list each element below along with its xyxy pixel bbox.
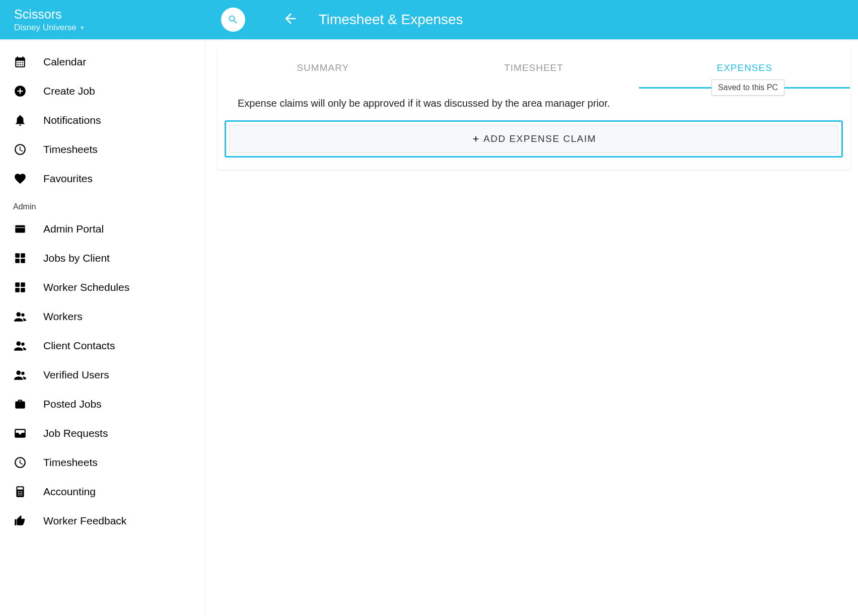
calendar-icon: [13, 55, 27, 69]
sidebar-item-jobs-by-client[interactable]: Jobs by Client: [0, 244, 205, 273]
svg-point-16: [21, 372, 24, 375]
sidebar-item-label: Client Contacts: [43, 340, 115, 352]
users-icon: [13, 310, 27, 324]
plus-circle-icon: [13, 84, 27, 98]
sidebar-item-label: Worker Feedback: [43, 515, 126, 527]
content-card: SUMMARY TIMESHEET EXPENSES Saved to this…: [218, 48, 850, 170]
sidebar-item-accounting[interactable]: Accounting: [0, 477, 205, 506]
svg-point-27: [21, 494, 22, 495]
svg-rect-4: [21, 253, 25, 258]
svg-rect-5: [15, 259, 20, 263]
plus-icon: [471, 134, 480, 143]
add-expense-highlight: ADD EXPENSE CLAIM: [225, 120, 843, 158]
svg-point-22: [18, 493, 19, 494]
tab-label: EXPENSES: [717, 62, 772, 73]
bell-icon: [13, 113, 27, 127]
clock-icon: [13, 142, 27, 157]
clock-icon: [13, 455, 27, 470]
thumbs-up-icon: [13, 514, 27, 528]
chevron-down-icon: ▼: [80, 25, 85, 31]
svg-point-13: [16, 341, 21, 346]
sidebar-item-worker-feedback[interactable]: Worker Feedback: [0, 506, 205, 535]
sidebar-item-job-requests[interactable]: Job Requests: [0, 419, 205, 448]
sidebar-section-admin: Admin: [0, 193, 205, 214]
svg-rect-3: [15, 253, 20, 258]
svg-rect-2: [15, 225, 25, 227]
sidebar-item-calendar[interactable]: Calendar: [0, 47, 205, 76]
svg-point-23: [20, 493, 21, 494]
sidebar-item-client-contacts[interactable]: Client Contacts: [0, 331, 205, 360]
svg-point-26: [20, 494, 21, 495]
sidebar-item-label: Posted Jobs: [43, 398, 102, 410]
sidebar-item-workers[interactable]: Workers: [0, 302, 205, 331]
add-button-label: ADD EXPENSE CLAIM: [483, 133, 596, 144]
svg-rect-9: [15, 288, 20, 292]
add-expense-claim-button[interactable]: ADD EXPENSE CLAIM: [229, 125, 838, 153]
folder-icon: [13, 222, 27, 236]
sidebar-item-label: Workers: [43, 311, 83, 323]
grid-icon: [13, 251, 27, 265]
sidebar-item-worker-schedules[interactable]: Worker Schedules: [0, 273, 205, 302]
svg-point-12: [21, 314, 24, 317]
top-bar: Scissors Disney Universe ▼ Timesheet & E…: [0, 0, 858, 39]
sidebar-item-label: Calendar: [43, 56, 86, 68]
search-icon: [228, 14, 239, 25]
calculator-icon: [13, 485, 27, 499]
sidebar-item-label: Worker Schedules: [43, 281, 129, 293]
sidebar: Calendar Create Job Notifications Timesh…: [0, 40, 205, 616]
svg-point-24: [21, 493, 22, 494]
sidebar-item-label: Timesheets: [43, 456, 98, 469]
inbox-icon: [13, 426, 27, 440]
sidebar-item-label: Create Job: [43, 85, 95, 97]
sidebar-item-posted-jobs[interactable]: Posted Jobs: [0, 390, 205, 419]
briefcase-icon: [13, 397, 27, 411]
svg-rect-8: [21, 282, 25, 287]
saved-tooltip: Saved to this PC: [711, 80, 784, 96]
grid-icon: [13, 280, 27, 294]
svg-rect-10: [21, 288, 25, 292]
org-name: Disney Universe: [14, 23, 77, 33]
users-icon: [13, 339, 27, 353]
svg-rect-7: [15, 282, 20, 287]
svg-point-19: [18, 491, 19, 492]
sidebar-item-label: Favourites: [43, 173, 93, 185]
sidebar-item-favourites[interactable]: Favourites: [0, 164, 205, 193]
search-button[interactable]: [221, 8, 245, 32]
sidebar-item-label: Job Requests: [43, 427, 108, 439]
tab-summary[interactable]: SUMMARY: [218, 48, 428, 89]
tab-timesheet[interactable]: TIMESHEET: [428, 48, 639, 89]
svg-point-15: [16, 370, 21, 375]
svg-point-21: [21, 491, 22, 492]
sidebar-item-label: Timesheets: [43, 143, 98, 156]
sidebar-item-timesheets-admin[interactable]: Timesheets: [0, 448, 205, 477]
arrow-left-icon: [282, 11, 299, 27]
sidebar-item-create-job[interactable]: Create Job: [0, 76, 205, 106]
org-selector[interactable]: Disney Universe ▼: [14, 23, 85, 33]
main-content: SUMMARY TIMESHEET EXPENSES Saved to this…: [205, 40, 858, 616]
page-title: Timesheet & Expenses: [319, 12, 463, 28]
svg-point-11: [16, 312, 21, 317]
svg-point-14: [21, 343, 24, 346]
brand-title: Scissors: [14, 7, 85, 22]
tab-label: TIMESHEET: [504, 62, 563, 73]
sidebar-item-verified-users[interactable]: Verified Users: [0, 360, 205, 390]
sidebar-item-notifications[interactable]: Notifications: [0, 106, 205, 135]
svg-point-25: [18, 494, 19, 495]
tab-label: SUMMARY: [297, 62, 349, 73]
heart-icon: [13, 172, 27, 186]
sidebar-item-label: Verified Users: [43, 369, 109, 381]
sidebar-item-timesheets[interactable]: Timesheets: [0, 135, 205, 164]
svg-rect-6: [21, 259, 25, 263]
sidebar-item-label: Admin Portal: [43, 223, 104, 235]
brand-block: Scissors Disney Universe ▼: [14, 7, 85, 33]
sidebar-item-admin-portal[interactable]: Admin Portal: [0, 214, 205, 244]
users-icon: [13, 368, 27, 382]
svg-point-20: [20, 491, 21, 492]
svg-rect-18: [18, 487, 23, 489]
back-button[interactable]: [282, 11, 299, 29]
sidebar-item-label: Jobs by Client: [43, 252, 110, 264]
sidebar-item-label: Notifications: [43, 114, 101, 126]
sidebar-item-label: Accounting: [43, 486, 96, 498]
